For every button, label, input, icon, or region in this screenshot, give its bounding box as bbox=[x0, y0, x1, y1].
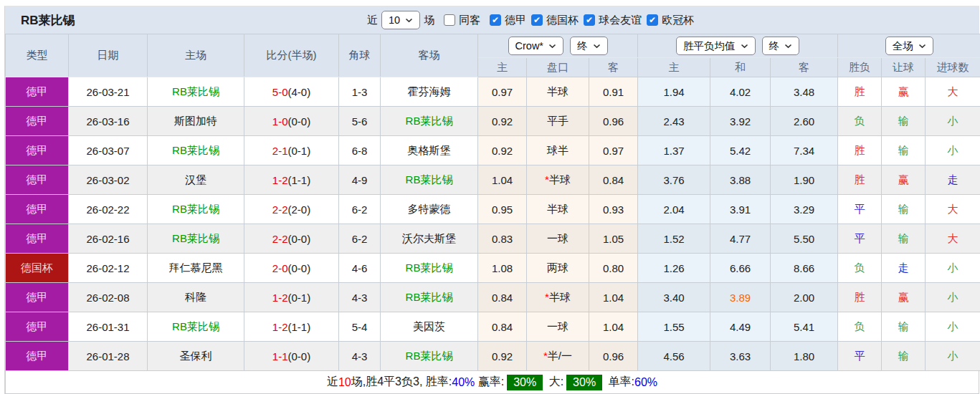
league-checkbox-ucl[interactable] bbox=[647, 14, 658, 26]
handicap-select-cell: Crow* 终 bbox=[478, 34, 638, 58]
scope-select[interactable]: 全场 bbox=[885, 37, 933, 55]
result-goals: 小 bbox=[926, 312, 980, 342]
handicap-home-odds: 1.04 bbox=[478, 165, 527, 195]
score-cell: 2-1(0-1) bbox=[244, 136, 339, 165]
games-count-select[interactable]: 10 bbox=[381, 11, 420, 29]
summary-segment: 场,胜4平3负3, 胜率: bbox=[351, 375, 452, 390]
home-team-cell: RB莱比锡 bbox=[148, 77, 244, 107]
result-wdl: 负 bbox=[838, 107, 882, 136]
avg-away-odds: 3.48 bbox=[771, 77, 838, 107]
avg-draw-odds: 4.49 bbox=[710, 312, 771, 342]
chevron-down-icon bbox=[593, 44, 601, 49]
result-goals: 小 bbox=[926, 107, 980, 136]
home-team-cell: 斯图加特 bbox=[148, 107, 244, 136]
handicap-home-odds: 0.84 bbox=[478, 283, 527, 312]
handicap-line: 两球 bbox=[527, 254, 589, 283]
company-select-value: Crow* bbox=[515, 39, 543, 52]
result-goals: 大 bbox=[926, 77, 980, 107]
title-bar: RB莱比锡 近 10 场 同客 德甲 德国杯 球会友谊 bbox=[5, 6, 979, 34]
avg-select[interactable]: 胜平负均值 bbox=[676, 37, 756, 55]
table-row: 德甲26-03-02汉堡1-2(1-1)4-9RB莱比锡1.04*半球0.843… bbox=[6, 165, 980, 195]
table-row: 德甲26-01-28圣保利1-1(0-0)4-3RB莱比锡0.92*半/一0.9… bbox=[6, 342, 980, 371]
handicap-home-odds: 0.83 bbox=[478, 224, 527, 254]
league-checkbox-bundesliga[interactable] bbox=[490, 14, 501, 26]
summary-segment: 近 bbox=[327, 375, 338, 390]
league-checkbox-dfb-pokal[interactable] bbox=[531, 14, 543, 26]
score-cell: 1-1(0-0) bbox=[244, 342, 339, 371]
handicap-line: 半球 bbox=[527, 195, 589, 224]
summary-segment: 大: bbox=[546, 375, 563, 390]
handicap-line: *半球 bbox=[527, 165, 589, 195]
result-wdl: 平 bbox=[838, 342, 882, 371]
col-header-date: 日期 bbox=[69, 34, 148, 77]
company-time-select[interactable]: 终 bbox=[570, 37, 608, 55]
league-cell: 德甲 bbox=[6, 312, 69, 342]
league-cell: 德甲 bbox=[6, 107, 69, 136]
home-team-cell: RB莱比锡 bbox=[148, 136, 244, 165]
avg-select-cell: 胜平负均值 终 bbox=[638, 34, 838, 58]
corners-cell: 5-4 bbox=[339, 312, 381, 342]
away-team-cell: 沃尔夫斯堡 bbox=[381, 224, 478, 254]
avg-draw-odds: 5.42 bbox=[710, 136, 771, 165]
avg-time-select[interactable]: 终 bbox=[762, 37, 800, 55]
summary-segment: 60% bbox=[634, 376, 657, 389]
col-header-type: 类型 bbox=[6, 34, 69, 77]
result-goals: 走 bbox=[926, 165, 980, 195]
match-history-table: 类型 日期 主场 比分(半场) 角球 客场 Crow* 终 bbox=[5, 34, 980, 371]
handicap-away-odds: 0.96 bbox=[589, 107, 638, 136]
col-header-corner: 角球 bbox=[339, 34, 381, 77]
chevron-down-icon bbox=[784, 44, 792, 49]
handicap-line: *半球 bbox=[527, 283, 589, 312]
avg-home-odds: 1.55 bbox=[638, 312, 710, 342]
match-history-panel: RB莱比锡 近 10 场 同客 德甲 德国杯 球会友谊 bbox=[4, 6, 979, 394]
filter-controls: 近 10 场 同客 德甲 德国杯 球会友谊 bbox=[367, 6, 694, 34]
result-wdl: 平 bbox=[838, 224, 882, 254]
summary-segment: 赢率: bbox=[475, 375, 504, 390]
avg-home-odds: 1.52 bbox=[638, 224, 710, 254]
away-team-cell: RB莱比锡 bbox=[381, 342, 478, 371]
league-checkbox-friendly[interactable] bbox=[584, 14, 595, 26]
score-cell: 1-0(0-0) bbox=[244, 107, 339, 136]
league-cell: 德甲 bbox=[6, 165, 69, 195]
date-cell: 26-03-16 bbox=[69, 107, 148, 136]
handicap-home-odds: 0.97 bbox=[478, 77, 527, 107]
away-team-cell: RB莱比锡 bbox=[381, 283, 478, 312]
handicap-line: 一球 bbox=[527, 312, 589, 342]
result-wdl: 负 bbox=[838, 254, 882, 283]
date-cell: 26-02-12 bbox=[69, 254, 148, 283]
avg-home-odds: 2.43 bbox=[638, 107, 710, 136]
sub-header-goals-result: 进球数 bbox=[926, 58, 980, 77]
same-away-label: 同客 bbox=[459, 14, 480, 27]
handicap-away-odds: 0.80 bbox=[589, 254, 638, 283]
sub-header-away-odds: 客 bbox=[589, 58, 638, 77]
company-select[interactable]: Crow* bbox=[508, 37, 563, 55]
avg-away-odds: 8.66 bbox=[771, 254, 838, 283]
avg-draw-odds: 3.89 bbox=[710, 283, 771, 312]
score-cell: 1-2(1-1) bbox=[244, 165, 339, 195]
score-cell: 2-0(0-0) bbox=[244, 254, 339, 283]
handicap-home-odds: 0.92 bbox=[478, 342, 527, 371]
corners-cell: 4-6 bbox=[339, 254, 381, 283]
same-away-checkbox[interactable] bbox=[444, 14, 455, 26]
handicap-line: 半球 bbox=[527, 77, 589, 107]
avg-away-odds: 2.60 bbox=[771, 107, 838, 136]
result-wdl: 胜 bbox=[838, 283, 882, 312]
match-rows: 德甲26-03-21RB莱比锡5-0(4-0)1-3霍芬海姆0.97半球0.91… bbox=[6, 77, 980, 371]
avg-draw-odds: 4.77 bbox=[710, 224, 771, 254]
league-cell: 德甲 bbox=[6, 224, 69, 254]
league-label: 球会友谊 bbox=[599, 14, 642, 27]
away-team-cell: RB莱比锡 bbox=[381, 165, 478, 195]
summary-segment: 40% bbox=[452, 376, 475, 389]
result-goals: 小 bbox=[926, 283, 980, 312]
table-row: 德甲26-03-07RB莱比锡2-1(0-1)6-8奥格斯堡0.92球半0.97… bbox=[6, 136, 980, 165]
handicap-line: 球半 bbox=[527, 136, 589, 165]
col-header-home: 主场 bbox=[148, 34, 244, 77]
handicap-away-odds: 0.91 bbox=[589, 77, 638, 107]
result-wdl: 胜 bbox=[838, 136, 882, 165]
chevron-down-icon bbox=[405, 18, 413, 23]
corners-cell: 5-6 bbox=[339, 107, 381, 136]
table-row: 德甲26-03-16斯图加特1-0(0-0)5-6RB莱比锡0.92平手0.96… bbox=[6, 107, 980, 136]
avg-select-value: 胜平负均值 bbox=[683, 39, 736, 52]
sub-header-wdl: 胜负 bbox=[838, 58, 882, 77]
avg-draw-odds: 3.63 bbox=[710, 342, 771, 371]
